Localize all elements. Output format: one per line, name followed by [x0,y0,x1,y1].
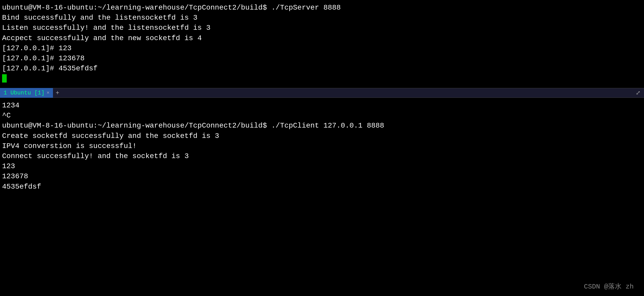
top-terminal-line: ubuntu@VM-8-16-ubuntu:~/learning-warehou… [2,3,642,13]
tab-label: 1 Ubuntu [1] [4,90,44,96]
top-terminal-line: [127.0.0.1]# 4535efdsf [2,63,642,73]
bottom-terminal-line: ubuntu@VM-8-16-ubuntu:~/learning-warehou… [2,121,642,131]
bottom-terminal-line: 4535efdsf [2,182,642,192]
tab-maximize-button[interactable]: ⤢ [632,90,644,97]
bottom-terminal-line: 1234 [2,100,642,110]
bottom-terminal-line: ^C [2,110,642,121]
bottom-terminal-line: 123678 [2,171,642,181]
top-terminal-line: Listen successfully! and the listensocke… [2,23,642,33]
watermark: CSDN @落水 zh [584,282,634,291]
top-terminal-line: Bind successfully and the listensocketfd… [2,13,642,23]
bottom-terminal-line: 123 [2,161,642,171]
top-terminal-line: Accpect successfully and the new socketf… [2,33,642,43]
tab-bar: 1 Ubuntu [1] × + ⤢ [0,88,644,98]
top-terminal-cursor-line [2,73,642,84]
top-terminal-line: [127.0.0.1]# 123 [2,43,642,53]
tab-ubuntu[interactable]: 1 Ubuntu [1] × [0,88,53,98]
top-terminal: ubuntu@VM-8-16-ubuntu:~/learning-warehou… [0,0,644,88]
top-terminal-line: [127.0.0.1]# 123678 [2,53,642,63]
bottom-terminal: 1234^Cubuntu@VM-8-16-ubuntu:~/learning-w… [0,98,644,296]
bottom-terminal-line: IPV4 converstion is successful! [2,141,642,151]
bottom-terminal-line: Create socketfd successfully and the soc… [2,131,642,141]
cursor [2,74,7,83]
tab-close-button[interactable]: × [47,90,49,95]
bottom-terminal-line: Connect successfully! and the socketfd i… [2,151,642,161]
tab-add-button[interactable]: + [53,90,62,97]
